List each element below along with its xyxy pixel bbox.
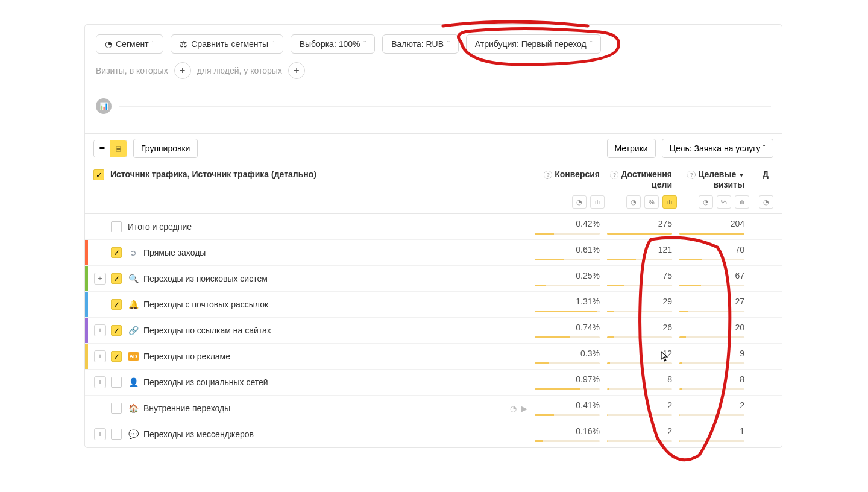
cell-overflow <box>749 351 773 362</box>
ad-icon: AD <box>128 352 139 361</box>
cell-goal-visits: 70 <box>677 242 749 263</box>
table-row: + ✓ AD Переходы по рекламе 0.3% 12 9 <box>85 344 782 370</box>
cell-overflow <box>749 403 773 414</box>
mouse-cursor <box>661 351 670 364</box>
sample-button[interactable]: Выборка: 100% ˇ <box>291 34 375 54</box>
chart-icon: 📊 <box>96 98 112 114</box>
cell-overflow <box>749 377 773 388</box>
cell-overflow <box>749 429 773 440</box>
cell-conversion: 0.16% <box>532 424 605 444</box>
cell-conversion: 0.61% <box>532 242 605 263</box>
row-extra-icons: ◔▶ <box>510 404 527 413</box>
row-checkbox[interactable]: ✓ <box>111 351 122 362</box>
row-checkbox[interactable]: ✓ <box>111 299 122 310</box>
cell-completions: 121 <box>605 242 677 263</box>
pie-icon[interactable]: ◔ <box>759 195 773 209</box>
compare-segments-button[interactable]: ⚖ Сравнить сегменты ˇ <box>171 34 283 54</box>
table-row: + ✓ 🔍 Переходы из поисковых систем 0.25%… <box>85 266 782 292</box>
pie-icon[interactable]: ◔ <box>626 195 641 209</box>
cell-goal-visits: 1 <box>677 424 749 444</box>
cell-goal-visits: 20 <box>677 320 749 341</box>
groupings-button[interactable]: Группировки <box>133 139 198 158</box>
row-label: Переходы по ссылкам на сайтах <box>143 326 532 335</box>
bar-icon[interactable]: ılı <box>662 195 677 209</box>
cell-conversion: 0.74% <box>532 320 605 341</box>
add-visit-filter-button[interactable]: + <box>174 62 191 79</box>
expand-button[interactable]: + <box>94 324 106 336</box>
play-icon[interactable]: ▶ <box>521 404 527 413</box>
cell-completions: 275 <box>605 216 677 237</box>
row-checkbox[interactable] <box>111 403 122 414</box>
row-checkbox[interactable] <box>111 429 122 440</box>
table-body: Итого и средние 0.42% 275 204 ✓ ➲ Прямые… <box>85 214 782 447</box>
table-controls: ≣ ⊟ Группировки Метрики Цель: Заявка на … <box>85 133 782 163</box>
row-label: Внутренние переходы <box>143 403 510 413</box>
table-header: ✓ Источник трафика, Источник трафика (де… <box>85 163 782 193</box>
attribution-button[interactable]: Атрибуция: Первый переход ˇ <box>466 34 602 54</box>
source-icon: 💬 <box>128 429 139 439</box>
segment-button[interactable]: ◔ Сегмент ˇ <box>96 34 163 54</box>
view-switch: ≣ ⊟ <box>93 140 127 157</box>
source-icon: 🏠 <box>128 403 139 413</box>
cell-overflow <box>749 299 773 310</box>
pie-icon[interactable]: ◔ <box>510 404 517 413</box>
header-conversion[interactable]: ?Конверсия <box>532 169 605 189</box>
cell-goal-visits: 2 <box>677 398 749 418</box>
report-panel: ◔ Сегмент ˇ ⚖ Сравнить сегменты ˇ Выборк… <box>84 24 782 448</box>
table-row: + 💬 Переходы из мессенджеров 0.16% 2 1 <box>85 421 782 447</box>
row-checkbox[interactable]: ✓ <box>111 247 122 258</box>
expand-button[interactable]: + <box>94 273 106 285</box>
cell-conversion: 1.31% <box>532 294 605 315</box>
filter-row: Визиты, в которых + для людей, у которых… <box>85 60 782 91</box>
chevron-down-icon: ˇ <box>590 40 593 48</box>
cell-goal-visits: 8 <box>677 372 749 393</box>
view-list-button[interactable]: ≣ <box>94 140 110 157</box>
view-tree-button[interactable]: ⊟ <box>110 140 127 157</box>
pie-icon[interactable]: ◔ <box>572 195 587 209</box>
cell-conversion: 0.25% <box>532 268 605 289</box>
bar-icon[interactable]: ılı <box>590 195 605 209</box>
goal-button[interactable]: Цель: Заявка на услугу ˇ <box>662 139 773 158</box>
percent-toggle[interactable]: % <box>717 195 731 209</box>
add-people-filter-button[interactable]: + <box>288 62 305 79</box>
timeline-slider[interactable]: 📊 <box>85 91 782 133</box>
pie-icon[interactable]: ◔ <box>699 195 713 209</box>
currency-button[interactable]: Валюта: RUB ˇ <box>382 34 459 54</box>
table-row: + 👤 Переходы из социальных сетей 0.97% 8… <box>85 370 782 396</box>
header-goal-visits[interactable]: ?Целевые ▼ визиты <box>677 169 749 189</box>
row-checkbox[interactable] <box>111 377 122 388</box>
chevron-down-icon: ˇ <box>153 40 155 48</box>
source-icon: 🔗 <box>128 326 139 335</box>
row-checkbox[interactable]: ✓ <box>111 325 122 336</box>
percent-toggle[interactable]: % <box>644 195 659 209</box>
chevron-down-icon: ˇ <box>272 40 274 48</box>
header-goal-completions[interactable]: ?Достижения цели <box>605 169 677 189</box>
chevron-down-icon: ˇ <box>447 40 450 48</box>
compare-label: Сравнить сегменты <box>191 39 268 49</box>
sample-label: Выборка: 100% <box>300 39 360 49</box>
row-checkbox[interactable]: ✓ <box>111 273 122 284</box>
expand-button[interactable]: + <box>94 428 106 440</box>
cell-goal-visits: 204 <box>677 216 749 237</box>
bar-icon[interactable]: ılı <box>735 195 749 209</box>
row-label: Переходы из мессенджеров <box>143 429 532 439</box>
cell-goal-visits: 67 <box>677 268 749 289</box>
expand-button[interactable]: + <box>94 376 106 388</box>
expand-button[interactable]: + <box>94 350 106 362</box>
currency-label: Валюта: RUB <box>391 39 444 49</box>
chevron-down-icon: ˇ <box>763 144 766 153</box>
people-filter-label: для людей, у которых <box>197 66 282 75</box>
pie-icon: ◔ <box>105 39 112 49</box>
select-all-checkbox[interactable]: ✓ <box>93 169 104 180</box>
row-checkbox[interactable] <box>111 221 122 232</box>
table-row: ✓ ➲ Прямые заходы 0.61% 121 70 <box>85 240 782 266</box>
table-row: 🏠 Внутренние переходы ◔▶ 0.41% 2 2 <box>85 396 782 421</box>
cell-goal-visits: 9 <box>677 346 749 367</box>
metrics-button[interactable]: Метрики <box>607 139 656 158</box>
source-icon: 🔍 <box>128 274 139 283</box>
cell-conversion: 0.41% <box>532 398 605 418</box>
cell-overflow <box>749 325 773 336</box>
dimension-header: Источник трафика, Источник трафика (дета… <box>110 169 316 179</box>
row-label: Прямые заходы <box>143 248 532 257</box>
cell-completions: 29 <box>605 294 677 315</box>
